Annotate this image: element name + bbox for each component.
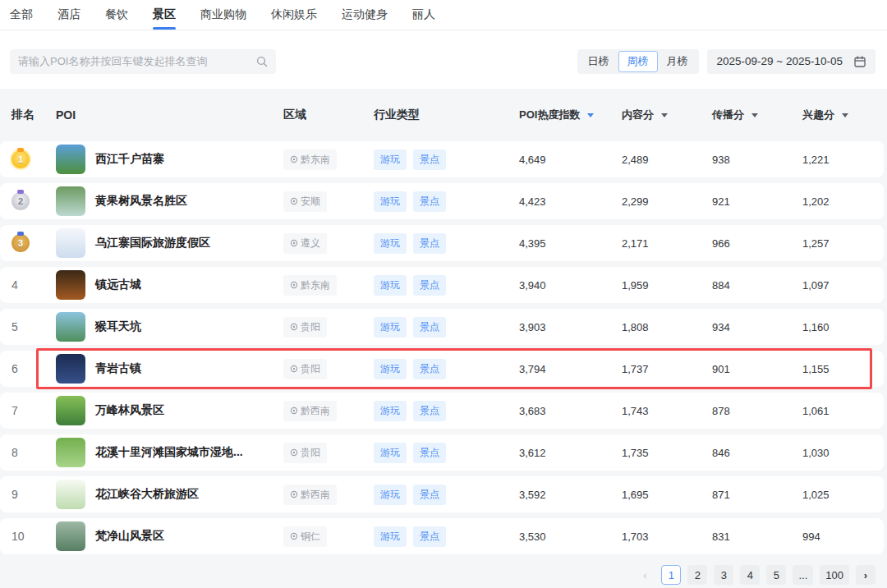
content-score-value: 1,735	[616, 447, 706, 459]
tab-酒店[interactable]: 酒店	[57, 0, 80, 30]
tab-全部[interactable]: 全部	[10, 0, 33, 30]
spread-score-value: 938	[706, 154, 797, 166]
pagination-page-100[interactable]: 100	[820, 565, 849, 585]
pagination-next-icon[interactable]: ›	[856, 565, 876, 585]
rank-number: 7	[11, 404, 18, 417]
poi-thumbnail	[56, 396, 85, 425]
rank-number: 8	[11, 446, 18, 459]
region-name: 贵阳	[301, 362, 320, 376]
poi-name[interactable]: 黄果树风景名胜区	[95, 194, 187, 209]
spread-score-value: 878	[706, 405, 797, 417]
table-row[interactable]: 2 黄果树风景名胜区 安顺 游玩 景点 4,423 2,299 921 1,20…	[0, 183, 884, 219]
spread-score-value: 966	[706, 237, 797, 250]
industry-tag: 游玩	[374, 401, 407, 421]
heat-index-value: 3,592	[513, 489, 616, 501]
tab-休闲娱乐[interactable]: 休闲娱乐	[271, 0, 317, 30]
tab-丽人[interactable]: 丽人	[412, 0, 435, 30]
poi-name[interactable]: 花江峡谷大桥旅游区	[95, 487, 199, 502]
pagination-page-4[interactable]: 4	[740, 565, 760, 585]
header-poi: POI	[46, 108, 279, 122]
poi-thumbnail	[56, 480, 85, 509]
tab-运动健身[interactable]: 运动健身	[342, 0, 388, 30]
heat-index-value: 3,530	[513, 531, 616, 543]
pagination-page-3[interactable]: 3	[714, 565, 733, 585]
tab-景区[interactable]: 景区	[153, 0, 176, 30]
rank-number: 4	[11, 278, 18, 292]
heat-index-value: 3,683	[513, 405, 616, 417]
location-pin-icon	[290, 281, 298, 289]
calendar-icon[interactable]	[854, 56, 866, 67]
poi-name[interactable]: 万峰林风景区	[95, 403, 164, 418]
rank-number: 6	[11, 362, 18, 375]
period-option[interactable]: 月榜	[658, 51, 697, 72]
region-badge: 黔东南	[283, 275, 337, 296]
table-row[interactable]: 8 花溪十里河滩国家城市湿地... 贵阳 游玩 景点 3,612 1,735 8…	[0, 434, 884, 471]
spread-score-value: 921	[706, 195, 797, 208]
tab-餐饮[interactable]: 餐饮	[105, 0, 128, 30]
industry-tag: 游玩	[374, 443, 407, 463]
pagination-page-5[interactable]: 5	[766, 565, 786, 585]
table-row[interactable]: 10 梵净山风景区 铜仁 游玩 景点 3,530 1,703 831 994	[0, 518, 884, 554]
rank-controls: 日榜周榜月榜 2025-09-29 ~ 2025-10-05	[577, 49, 876, 74]
rank-medal-icon: 1	[11, 150, 30, 168]
industry-tag: 景点	[413, 191, 446, 212]
sort-caret-icon	[587, 113, 594, 117]
rank-medal-icon: 2	[11, 192, 30, 210]
pagination-page-2[interactable]: 2	[687, 565, 707, 585]
header-interest-label: 兴趣分	[802, 108, 834, 122]
date-range-picker[interactable]: 2025-09-29 ~ 2025-10-05	[707, 49, 876, 74]
poi-name[interactable]: 梵净山风景区	[95, 529, 164, 544]
region-name: 黔西南	[301, 488, 330, 502]
poi-name[interactable]: 西江千户苗寨	[95, 152, 164, 167]
industry-tag: 景点	[413, 359, 446, 379]
header-industry: 行业类型	[370, 108, 513, 122]
spread-score-value: 871	[706, 489, 797, 501]
pagination-ellipsis[interactable]: ...	[793, 565, 813, 585]
header-interest-sort[interactable]: 兴趣分	[797, 108, 884, 122]
poi-search-box[interactable]	[10, 49, 276, 74]
table-row[interactable]: 3 乌江寨国际旅游度假区 遵义 游玩 景点 4,395 2,171 966 1,…	[0, 225, 884, 261]
location-pin-icon	[290, 155, 298, 163]
table-row[interactable]: 4 镇远古城 黔东南 游玩 景点 3,940 1,959 884 1,097	[0, 267, 884, 303]
header-heat-sort[interactable]: POI热度指数	[513, 108, 616, 122]
table-row[interactable]: 6 青岩古镇 贵阳 游玩 景点 3,794 1,737 901 1,155	[0, 351, 884, 387]
region-name: 黔东南	[301, 153, 330, 167]
poi-thumbnail	[56, 354, 85, 384]
search-input[interactable]	[18, 55, 256, 67]
heat-index-value: 4,423	[513, 195, 616, 208]
content-score-value: 2,171	[616, 237, 706, 250]
industry-tag: 景点	[413, 401, 446, 421]
pagination-prev-icon[interactable]: ‹	[635, 565, 655, 585]
location-pin-icon	[290, 532, 298, 540]
table-row[interactable]: 5 猴耳天坑 贵阳 游玩 景点 3,903 1,808 934 1,160	[0, 309, 884, 345]
search-icon[interactable]	[256, 56, 268, 67]
poi-name[interactable]: 猴耳天坑	[95, 319, 141, 334]
content-score-value: 1,959	[616, 279, 706, 292]
poi-name[interactable]: 花溪十里河滩国家城市湿地...	[95, 445, 243, 460]
table-row[interactable]: 1 西江千户苗寨 黔东南 游玩 景点 4,649 2,489 938 1,221	[0, 141, 884, 177]
header-spread-label: 传播分	[712, 108, 744, 122]
region-badge: 贵阳	[283, 443, 327, 463]
industry-tag: 游玩	[374, 317, 407, 338]
table-row[interactable]: 9 花江峡谷大桥旅游区 黔西南 游玩 景点 3,592 1,695 871 1,…	[0, 476, 884, 512]
tab-商业购物[interactable]: 商业购物	[200, 0, 246, 30]
poi-name[interactable]: 镇远古城	[95, 278, 141, 292]
interest-score-value: 1,061	[797, 405, 884, 417]
sort-caret-icon	[842, 113, 848, 117]
poi-name[interactable]: 乌江寨国际旅游度假区	[95, 236, 210, 250]
spread-score-value: 901	[706, 363, 797, 375]
pagination-page-1[interactable]: 1	[661, 565, 681, 585]
content-score-value: 1,808	[616, 321, 706, 333]
header-spread-sort[interactable]: 传播分	[706, 108, 797, 122]
table-row[interactable]: 7 万峰林风景区 黔西南 游玩 景点 3,683 1,743 878 1,061	[0, 393, 884, 429]
poi-name[interactable]: 青岩古镇	[95, 361, 141, 376]
period-option[interactable]: 周榜	[618, 51, 658, 72]
industry-tag: 景点	[413, 526, 446, 547]
region-name: 黔西南	[301, 404, 330, 418]
industry-tag: 景点	[413, 317, 446, 338]
content-score-value: 2,299	[616, 195, 706, 208]
period-option[interactable]: 日榜	[579, 51, 618, 72]
header-content-sort[interactable]: 内容分	[616, 108, 706, 122]
heat-index-value: 3,794	[513, 363, 616, 375]
pagination: ‹12345...100›	[0, 560, 887, 585]
